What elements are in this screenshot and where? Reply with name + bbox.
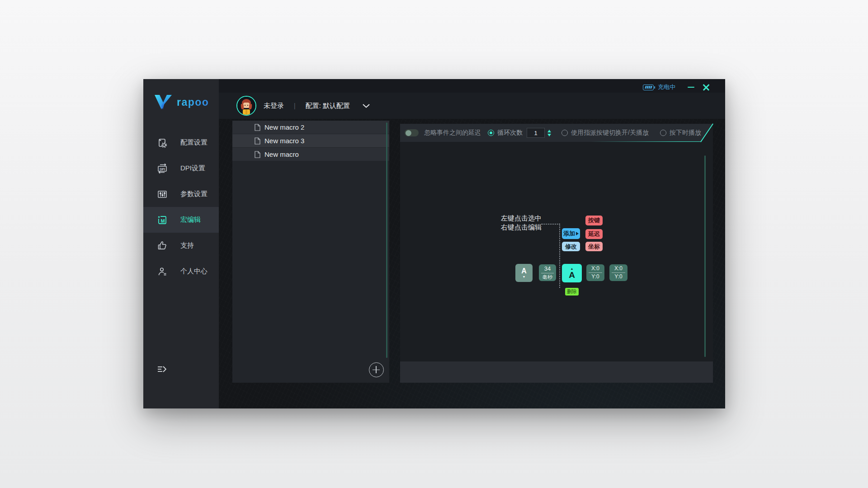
avatar[interactable] [236, 96, 256, 116]
modify-event-button[interactable]: 修改 [562, 242, 580, 251]
delete-node-button[interactable]: 删除 [565, 288, 579, 296]
coordinate-event-button[interactable]: 坐标 [585, 242, 603, 251]
profile-selector[interactable]: 配置: 默认配置 [306, 102, 350, 110]
toolbar-accent-line [590, 141, 701, 142]
macro-node-key-down[interactable]: A ▼ [515, 264, 533, 282]
sidebar-item-profile[interactable]: 个人中心 [143, 258, 219, 284]
sidebar-item-label: 个人中心 [180, 267, 208, 276]
macro-editor-panel: 忽略事件之间的延迟 循环次数 使用指派按键切换开/关播放 按下时播放 左键点击选… [400, 124, 713, 383]
dpi-icon: DPI [156, 163, 168, 174]
sidebar: rapoo 配置设置 [143, 79, 219, 408]
macro-node-key-up-selected[interactable]: ▲ A [562, 264, 582, 282]
editor-footer-bar [400, 361, 713, 383]
sidebar-item-label: 支持 [180, 241, 194, 250]
brand-wordmark: rapoo [177, 96, 209, 108]
assign-key-label: 使用指派按键切换开/关播放 [571, 129, 649, 137]
canvas-hint-text: 左键点击选中 右键点击编辑 [501, 214, 542, 231]
ignore-delay-toggle[interactable] [405, 129, 419, 136]
macro-list-scrollbar[interactable] [386, 122, 387, 358]
sidebar-item-label: 配置设置 [180, 138, 208, 147]
play-on-press-label: 按下时播放 [670, 129, 701, 137]
chevron-down-icon[interactable] [363, 104, 370, 108]
sidebar-item-support[interactable]: 支持 [143, 233, 219, 258]
play-on-press-radio[interactable] [660, 130, 666, 136]
document-icon [255, 124, 260, 131]
app-window: rapoo 配置设置 [143, 79, 725, 408]
ignore-delay-label: 忽略事件之间的延迟 [424, 129, 481, 137]
macro-icon: M [156, 214, 168, 226]
header: 未登录 | 配置: 默认配置 [219, 93, 725, 119]
macro-node-coordinate[interactable]: X:0 Y:0 [609, 264, 627, 281]
sidebar-item-config[interactable]: 配置设置 [143, 130, 219, 155]
close-button[interactable] [702, 83, 711, 92]
sidebar-item-params[interactable]: 参数设置 [143, 181, 219, 207]
svg-text:DPI: DPI [160, 167, 165, 170]
delay-event-button[interactable]: 延迟 [585, 229, 603, 239]
macro-list-item[interactable]: New macro 2 [232, 121, 389, 134]
key-down-arrow-icon: ▼ [523, 275, 526, 279]
user-icon [156, 266, 168, 277]
loop-count-stepper[interactable] [547, 130, 551, 136]
assign-key-radio[interactable] [561, 130, 568, 136]
editor-toolbar: 忽略事件之间的延迟 循环次数 使用指派按键切换开/关播放 按下时播放 [400, 124, 713, 142]
login-status[interactable]: 未登录 [264, 102, 284, 110]
macro-list-item[interactable]: New macro [232, 148, 389, 161]
macro-name: New macro [264, 150, 299, 158]
svg-text:M: M [160, 218, 165, 223]
battery-charging-icon [643, 84, 654, 90]
document-icon [255, 151, 260, 158]
loop-count-label: 循环次数 [497, 129, 523, 137]
loop-count-input[interactable] [527, 128, 545, 138]
macro-node-delay[interactable]: 34 毫秒 [539, 264, 556, 281]
macro-list-panel: New macro 2 New macro 3 New macro [232, 121, 389, 383]
sidebar-nav: 配置设置 DPI DPI设置 [143, 130, 219, 284]
add-event-button[interactable]: 添加 [562, 228, 580, 239]
macro-name: New macro 2 [264, 123, 304, 131]
macro-node-coordinate[interactable]: X:0 Y:0 [586, 264, 604, 281]
sidebar-item-label: 参数设置 [180, 190, 208, 198]
header-separator: | [294, 102, 296, 109]
config-icon [156, 137, 168, 149]
brand-logo: rapoo [154, 94, 209, 110]
key-event-button[interactable]: 按键 [585, 216, 603, 225]
sidebar-item-label: DPI设置 [180, 164, 205, 173]
sidebar-item-label: 宏编辑 [180, 216, 201, 224]
sliders-icon [156, 188, 168, 200]
rapoo-v-icon [154, 94, 172, 110]
macro-list-item[interactable]: New macro 3 [232, 134, 389, 147]
node-divider [612, 272, 625, 273]
sidebar-item-dpi[interactable]: DPI DPI设置 [143, 155, 219, 181]
hint-leader-line-horizontal [541, 224, 560, 225]
hint-leader-line-vertical [559, 224, 560, 288]
submenu-arrow-icon [576, 232, 579, 235]
title-bar: 充电中 [219, 79, 725, 93]
add-macro-button[interactable] [369, 362, 384, 377]
thumbs-up-icon [156, 240, 168, 252]
collapse-menu-icon[interactable] [156, 364, 168, 375]
node-divider [589, 272, 602, 273]
document-icon [255, 137, 260, 145]
battery-status-label: 充电中 [658, 83, 675, 91]
loop-count-radio[interactable] [488, 130, 494, 136]
node-divider [541, 273, 554, 273]
editor-scrollbar[interactable] [704, 155, 706, 357]
main-area: New macro 2 New macro 3 New macro 忽略事 [219, 119, 725, 408]
minimize-button[interactable] [687, 83, 694, 91]
macro-name: New macro 3 [264, 137, 304, 145]
sidebar-item-macro-editor[interactable]: M 宏编辑 [143, 207, 219, 233]
